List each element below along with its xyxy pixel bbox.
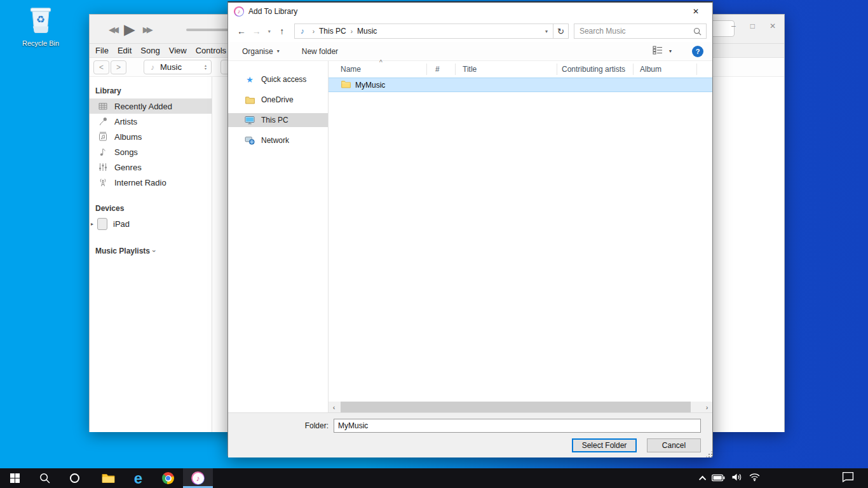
- resize-grip[interactable]: [709, 454, 710, 455]
- help-button[interactable]: ?: [692, 46, 703, 57]
- network-icon: [244, 136, 255, 145]
- cancel-button[interactable]: Cancel: [647, 438, 701, 452]
- scrollbar-track[interactable]: [339, 402, 702, 412]
- recycle-bin-label: Recycle Bin: [14, 39, 67, 47]
- file-row-mymusic[interactable]: MyMusic: [329, 78, 712, 92]
- menu-file[interactable]: File: [91, 46, 113, 55]
- nav-forward-icon[interactable]: →: [249, 26, 264, 36]
- radio-tower-icon: [97, 177, 109, 187]
- column-headers: ^ Name # Title Contributing artists Albu…: [329, 61, 712, 78]
- rewind-icon[interactable]: ◀◀: [109, 25, 116, 34]
- sidebar-item-ipad[interactable]: ▸ iPad: [90, 216, 212, 231]
- volume-icon[interactable]: [731, 472, 743, 485]
- cortana-button[interactable]: [60, 468, 90, 488]
- chrome-button[interactable]: [153, 468, 183, 488]
- refresh-icon[interactable]: ↻: [553, 24, 569, 39]
- desktop: ♻ Recycle Bin ◀◀ ▶ ▶▶ – □ ✕ File Edit So…: [0, 0, 868, 488]
- start-button[interactable]: [0, 468, 30, 488]
- maximize-icon[interactable]: □: [750, 22, 755, 30]
- library-header: Library: [90, 81, 212, 98]
- view-mode-icon[interactable]: [653, 46, 663, 57]
- select-folder-button[interactable]: Select Folder: [572, 438, 637, 452]
- breadcrumb-this-pc[interactable]: This PC: [319, 27, 346, 36]
- dialog-titlebar: ♪ Add To Library ✕: [228, 3, 712, 20]
- scroll-right-icon[interactable]: ›: [702, 402, 712, 412]
- new-folder-button[interactable]: New folder: [302, 47, 338, 56]
- dialog-toolbar: Organise ▾ New folder ▾ ?: [228, 42, 712, 61]
- menu-view[interactable]: View: [165, 46, 191, 55]
- volume-slider[interactable]: [186, 29, 234, 31]
- fast-forward-icon[interactable]: ▶▶: [143, 25, 151, 34]
- search-icon[interactable]: [693, 27, 702, 36]
- pane-item-this-pc[interactable]: This PC: [228, 113, 328, 127]
- svg-text:♻: ♻: [36, 14, 45, 25]
- internet-explorer-button[interactable]: e: [123, 468, 153, 488]
- sidebar-item-internet-radio[interactable]: Internet Radio: [90, 175, 212, 190]
- onedrive-folder-icon: [244, 96, 255, 104]
- wifi-icon[interactable]: [749, 472, 761, 484]
- itunes-forward-button[interactable]: >: [111, 60, 126, 74]
- menu-song[interactable]: Song: [136, 46, 164, 55]
- address-dropdown-icon[interactable]: ▾: [545, 29, 548, 34]
- devices-header: Devices: [90, 199, 212, 216]
- action-center-icon[interactable]: [842, 471, 854, 485]
- pane-item-network[interactable]: Network: [228, 133, 328, 147]
- column-header-album[interactable]: Album: [634, 64, 697, 75]
- recycle-bin-shortcut[interactable]: ♻ Recycle Bin: [14, 4, 67, 47]
- column-header-contributing-artists[interactable]: Contributing artists: [557, 64, 634, 75]
- chevron-down-icon: ›: [151, 250, 158, 252]
- view-mode-chevron-icon[interactable]: ▾: [669, 48, 672, 54]
- media-kind-label: Music: [160, 62, 182, 72]
- dialog-close-icon[interactable]: ✕: [685, 3, 707, 20]
- close-icon[interactable]: ✕: [770, 22, 776, 30]
- menu-edit[interactable]: Edit: [113, 46, 136, 55]
- pane-item-quick-access[interactable]: ★ Quick access: [228, 72, 328, 86]
- sidebar-item-artists[interactable]: Artists: [90, 114, 212, 129]
- minimize-icon[interactable]: –: [731, 22, 736, 30]
- itunes-caption-buttons: – □ ✕: [731, 22, 776, 30]
- folder-icon: [341, 79, 351, 91]
- sidebar-item-songs[interactable]: Songs: [90, 144, 212, 159]
- column-header-name[interactable]: Name: [329, 64, 427, 75]
- itunes-taskbar-button[interactable]: ♪: [183, 468, 213, 488]
- dialog-navigation-row: ← → ▾ ↑ ♪ › This PC › Music ▾ ↻: [228, 20, 712, 42]
- monitor-icon: [244, 116, 255, 125]
- folder-field-label: Folder:: [228, 421, 334, 430]
- address-bar[interactable]: ♪ › This PC › Music ▾: [294, 24, 553, 39]
- menu-controls[interactable]: Controls: [191, 46, 231, 55]
- chevron-down-icon: ▾: [277, 48, 280, 54]
- system-tray: [701, 468, 868, 488]
- column-header-number[interactable]: #: [427, 64, 456, 75]
- search-input[interactable]: [574, 24, 706, 38]
- sidebar-item-recently-added[interactable]: Recently Added: [90, 98, 212, 114]
- nav-up-icon[interactable]: ↑: [275, 26, 290, 36]
- recycle-bin-icon: ♻: [25, 4, 56, 36]
- scrollbar-thumb[interactable]: [341, 402, 691, 412]
- expander-icon[interactable]: ▸: [91, 221, 97, 227]
- search-box: [574, 24, 707, 39]
- column-header-title[interactable]: Title: [456, 64, 557, 75]
- itunes-sidebar: Library Recently Added Artists: [90, 77, 212, 432]
- star-icon: ★: [244, 75, 255, 85]
- sidebar-item-albums[interactable]: Albums: [90, 129, 212, 144]
- media-kind-selector[interactable]: ♪ Music ▴▾: [144, 60, 212, 74]
- battery-icon[interactable]: [712, 473, 725, 484]
- horizontal-scrollbar[interactable]: ‹ ›: [329, 402, 712, 412]
- music-playlists-header[interactable]: Music Playlists›: [90, 241, 212, 259]
- folder-name-input[interactable]: [334, 419, 701, 433]
- play-icon[interactable]: ▶: [124, 22, 135, 37]
- nav-back-icon[interactable]: ←: [234, 26, 249, 36]
- sidebar-item-genres[interactable]: Genres: [90, 159, 212, 175]
- album-icon: [97, 132, 109, 142]
- taskbar-search-button[interactable]: [30, 468, 60, 488]
- scroll-left-icon[interactable]: ‹: [329, 402, 339, 412]
- organise-button[interactable]: Organise ▾: [242, 47, 280, 56]
- tray-overflow-chevron-icon[interactable]: [699, 475, 706, 482]
- file-name: MyMusic: [355, 81, 385, 90]
- itunes-back-button[interactable]: <: [93, 60, 109, 74]
- file-explorer-button[interactable]: [93, 468, 123, 488]
- pane-item-onedrive[interactable]: OneDrive: [228, 93, 328, 107]
- grid-icon: [97, 101, 109, 111]
- nav-history-chevron-icon[interactable]: ▾: [264, 29, 275, 34]
- breadcrumb-music[interactable]: Music: [357, 27, 377, 36]
